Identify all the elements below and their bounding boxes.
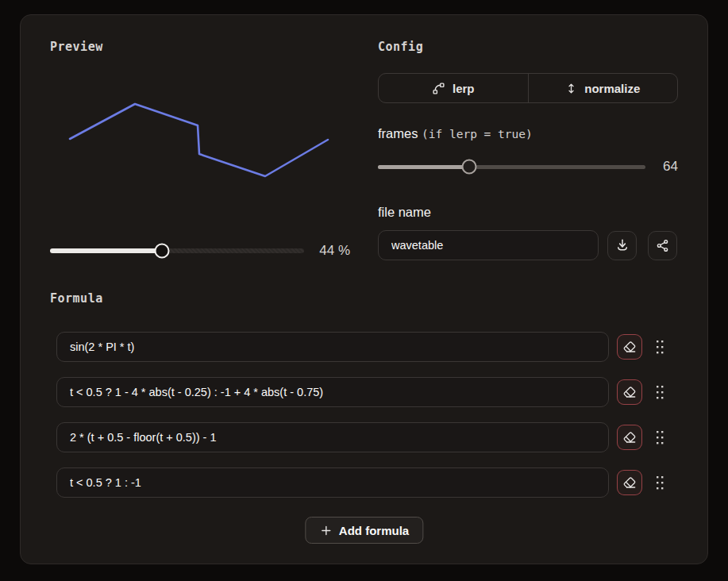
main-panel: Preview 44 % Config lerp	[20, 14, 708, 564]
lerp-button[interactable]: lerp	[379, 74, 528, 102]
move-vertical-icon	[565, 83, 577, 94]
grip-vertical-icon[interactable]	[654, 475, 666, 491]
add-formula-button[interactable]: Add formula	[305, 517, 423, 544]
config-toggle-group: lerp normalize	[378, 73, 678, 103]
formula-title: Formula	[50, 291, 103, 306]
formula-row	[56, 467, 666, 498]
formula-input-3[interactable]	[56, 422, 609, 452]
config-title: Config	[378, 40, 423, 54]
eraser-icon	[623, 386, 636, 398]
download-button[interactable]	[607, 231, 637, 260]
delete-formula-button[interactable]	[617, 334, 642, 360]
delete-formula-button[interactable]	[617, 470, 642, 495]
preview-slider-fill	[50, 248, 162, 253]
formula-row	[56, 422, 666, 452]
delete-formula-button[interactable]	[617, 425, 642, 450]
download-icon	[615, 238, 630, 252]
normalize-button[interactable]: normalize	[528, 74, 678, 102]
plus-icon	[319, 524, 333, 537]
share-button[interactable]	[648, 231, 677, 260]
frames-slider-fill	[378, 165, 469, 169]
share-icon	[656, 239, 669, 252]
delete-formula-button[interactable]	[617, 379, 642, 405]
file-name-input[interactable]	[378, 230, 599, 260]
preview-position-value: 44 %	[319, 243, 350, 259]
formula-row	[56, 332, 666, 362]
eraser-icon	[623, 476, 636, 489]
frames-slider-row: 64	[378, 159, 678, 175]
lerp-button-label: lerp	[453, 82, 475, 95]
add-formula-label: Add formula	[339, 524, 409, 537]
formula-input-1[interactable]	[56, 332, 609, 362]
grip-vertical-icon[interactable]	[654, 384, 666, 401]
waveform-line	[70, 104, 328, 176]
formula-input-2[interactable]	[56, 377, 609, 407]
spline-icon	[432, 82, 445, 95]
formula-input-4[interactable]	[56, 467, 609, 498]
frames-value: 64	[663, 159, 678, 175]
preview-slider-thumb[interactable]	[154, 244, 169, 259]
normalize-button-label: normalize	[584, 82, 640, 95]
preview-title: Preview	[50, 40, 103, 54]
grip-vertical-icon[interactable]	[654, 429, 666, 446]
eraser-icon	[623, 341, 636, 353]
frames-slider[interactable]	[378, 165, 645, 169]
waveform-chart	[50, 63, 350, 223]
formula-list	[56, 332, 666, 513]
file-name-label: file name	[378, 205, 431, 220]
file-name-row	[378, 230, 678, 260]
frames-slider-thumb[interactable]	[461, 160, 476, 175]
eraser-icon	[623, 431, 636, 444]
frames-hint: (if lerp = true)	[422, 128, 533, 140]
preview-position-slider[interactable]	[50, 248, 304, 253]
preview-position-slider-row: 44 %	[50, 243, 350, 259]
frames-label: frames (if lerp = true)	[378, 126, 533, 141]
formula-row	[56, 377, 666, 407]
grip-vertical-icon[interactable]	[654, 339, 666, 356]
